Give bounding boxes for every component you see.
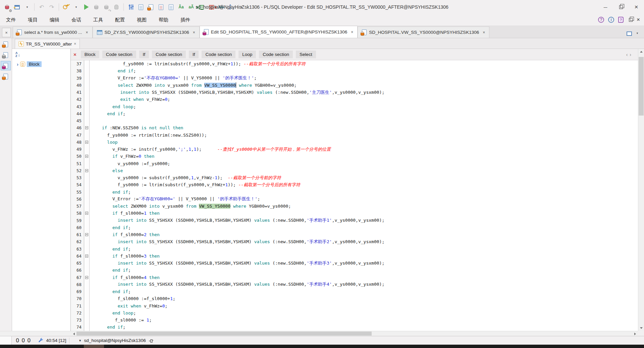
minimize-button[interactable]: ─ xyxy=(598,0,613,14)
commit-icon[interactable] xyxy=(92,2,101,12)
caret-icon[interactable]: ▾ xyxy=(72,2,80,12)
code-line[interactable]: 74 end if; xyxy=(71,324,638,331)
code-area[interactable]: 37 f_ys0000 := ltrim(substr(f_ys0000,v_F… xyxy=(71,60,638,331)
trigger-window-icon[interactable] xyxy=(1,61,11,70)
code-line[interactable]: 57 select ZWXM00 into v_ysxm00 from VW_S… xyxy=(71,203,638,210)
report-doc-icon[interactable] xyxy=(137,2,145,12)
breadcrumb-if-2[interactable]: If xyxy=(139,51,149,58)
key-icon[interactable] xyxy=(62,2,70,12)
code-line[interactable]: 46 if :NEW.SSZS00 is not null then xyxy=(71,124,638,131)
fold-marker[interactable] xyxy=(84,139,90,146)
manual-icon[interactable]: ? xyxy=(618,17,624,23)
tab-tr-ss-yw0000-after[interactable]: ϟ TR_SS_YW0000_after × xyxy=(15,39,80,49)
code-line[interactable]: 66 end if; xyxy=(71,267,638,274)
sql-doc-icon[interactable] xyxy=(147,2,155,12)
fold-marker[interactable] xyxy=(84,124,90,131)
code-line[interactable]: 47 f_ys0000 := rtrim(ltrim(:new.SSZS00))… xyxy=(71,132,638,139)
breadcrumb-code-section-1[interactable]: Code section xyxy=(102,51,136,58)
command-window-icon[interactable] xyxy=(1,50,11,60)
break-icon[interactable] xyxy=(112,2,121,12)
code-line[interactable]: 58 if f_sl0000=1 then xyxy=(71,210,638,217)
view-window-icon[interactable] xyxy=(1,72,11,81)
document-tab-0[interactable]: select a.* from ss_yw0000 ...× xyxy=(13,26,93,38)
run-icon[interactable] xyxy=(82,2,91,12)
fold-marker[interactable] xyxy=(84,153,90,160)
close-button[interactable]: × xyxy=(629,0,644,14)
code-line[interactable]: 70 f_sl0000 :=f_sl0000+1; xyxy=(71,295,638,302)
menu-item-7[interactable]: 帮助 xyxy=(153,17,174,23)
code-line[interactable]: 43 end loop; xyxy=(71,103,638,110)
fold-marker[interactable] xyxy=(84,253,90,260)
code-line[interactable]: 60 end if; xyxy=(71,224,638,231)
code-line[interactable]: 53 v_ys0000 := substr(f_ys0000,1,v_FhWz-… xyxy=(71,174,638,181)
help-icon[interactable]: ? xyxy=(598,17,604,23)
breadcrumb-if-4[interactable]: If xyxy=(189,51,199,58)
code-line[interactable]: 61 if f_sl0000=2 then xyxy=(71,231,638,238)
code-line[interactable]: 59 insert into SS_YSHSXX (SSDH00,YSHSLB,… xyxy=(71,217,638,224)
restore-button[interactable] xyxy=(613,0,629,14)
menu-item-1[interactable]: 项目 xyxy=(22,17,44,23)
menu-item-4[interactable]: 工具 xyxy=(87,17,109,23)
unindent-icon[interactable] xyxy=(207,2,216,12)
fold-marker[interactable] xyxy=(84,210,90,217)
tab-close-icon[interactable]: × xyxy=(193,30,195,35)
scroll-left-button[interactable] xyxy=(71,331,77,336)
caret-icon[interactable]: ▾ xyxy=(23,2,32,12)
window-list-dropdown-icon[interactable]: ▾ xyxy=(635,31,639,35)
scroll-right-button[interactable] xyxy=(632,331,638,336)
code-line[interactable]: 44 end if; xyxy=(71,110,638,117)
info-icon[interactable]: i xyxy=(608,17,614,23)
fold-marker[interactable] xyxy=(84,231,90,238)
redo-icon[interactable]: ↷ xyxy=(47,2,56,12)
document-tab-1[interactable]: SD_ZY.SS_YW0000@NPSYHISZSK1306× xyxy=(93,26,200,38)
tree-item-block[interactable]: › [] Block xyxy=(12,60,70,68)
special-chars-icon[interactable]: Ab‹ xyxy=(217,2,226,12)
code-line[interactable]: 40 select ZWXM00 into v_ysxm00 from VW_S… xyxy=(71,82,638,89)
code-line[interactable]: 63 end if; xyxy=(71,246,638,253)
connection-indicator[interactable]: sd_hospital@NpsyHisZsk1306 xyxy=(84,338,154,343)
menu-item-3[interactable]: 会话 xyxy=(65,17,87,23)
connection-dropdown-icon[interactable]: ▼ xyxy=(78,339,82,342)
menu-item-8[interactable]: 插件 xyxy=(174,17,196,23)
fold-marker[interactable] xyxy=(84,167,90,174)
code-line[interactable]: 67 if f_sl0000=4 then xyxy=(71,274,638,281)
code-line[interactable]: 56 V_Error :='不存在YGBH00=' || V_YS0000 ||… xyxy=(71,196,638,203)
sort-az-icon[interactable]: AZ↓ xyxy=(227,2,236,12)
caret-icon[interactable]: ▾ xyxy=(237,2,246,12)
menu-item-5[interactable]: 配置 xyxy=(109,17,131,23)
code-line[interactable]: 68 insert into SS_YSHSXX (SSDH00,YSHSLB,… xyxy=(71,281,638,288)
pin-icon[interactable] xyxy=(149,338,154,343)
undo-icon[interactable]: ↶ xyxy=(37,2,46,12)
breadcrumb-select-8[interactable]: Select xyxy=(296,51,316,58)
code-line[interactable]: 42 exit when v_FhWz=0; xyxy=(71,96,638,103)
menu-item-6[interactable]: 视图 xyxy=(131,17,153,23)
code-line[interactable]: 52 else xyxy=(71,167,638,174)
code-line[interactable]: 48 loop xyxy=(71,139,638,146)
rollback-icon[interactable]: ↷ xyxy=(102,2,111,12)
sort-icon[interactable]: AZ↓ xyxy=(15,52,20,58)
code-line[interactable]: 51 v_ys0000 :=f_ys0000; xyxy=(71,160,638,167)
code-line[interactable]: 38 end if; xyxy=(71,67,638,74)
breadcrumb-block-0[interactable]: Block xyxy=(81,51,99,58)
close-window-button[interactable]: × xyxy=(2,28,11,37)
indent-icon[interactable] xyxy=(197,2,206,12)
window-list-icon[interactable] xyxy=(627,31,632,36)
breadcrumb-code-section-7[interactable]: Code section xyxy=(259,51,293,58)
code-line[interactable]: 55 end if; xyxy=(71,189,638,196)
menu-item-2[interactable]: 编辑 xyxy=(44,17,65,23)
vertical-scroll-thumb[interactable] xyxy=(639,57,644,116)
document-tab-2[interactable]: Edit SD_HOSPITAL.TR_SS_YW0000_AFTER@NPSY… xyxy=(200,26,358,38)
code-line[interactable]: 62 insert into SS_YSHSXX (SSDH00,YSHSLB,… xyxy=(71,238,638,245)
tab-close-icon[interactable]: × xyxy=(86,30,88,35)
breadcrumb-nav-arrows[interactable]: ‹› xyxy=(626,52,633,57)
breadcrumb-code-section-5[interactable]: Code section xyxy=(202,51,235,58)
doc-red-icon[interactable] xyxy=(157,2,165,12)
code-line[interactable]: 50 if v_FhWz=0 then xyxy=(71,153,638,160)
sub-tab-close-icon[interactable]: × xyxy=(74,42,76,46)
db-gear-icon[interactable]: ⚙ xyxy=(3,2,11,12)
code-line[interactable]: 64 if f_sl0000=3 then xyxy=(71,253,638,260)
code-line[interactable]: 65 insert into SS_YSHSXX (SSDH00,YSHSLB,… xyxy=(71,260,638,267)
code-line[interactable]: 72 end loop; xyxy=(71,309,638,317)
code-line[interactable]: 45 xyxy=(71,117,638,124)
tab-close-icon[interactable]: × xyxy=(483,30,485,35)
